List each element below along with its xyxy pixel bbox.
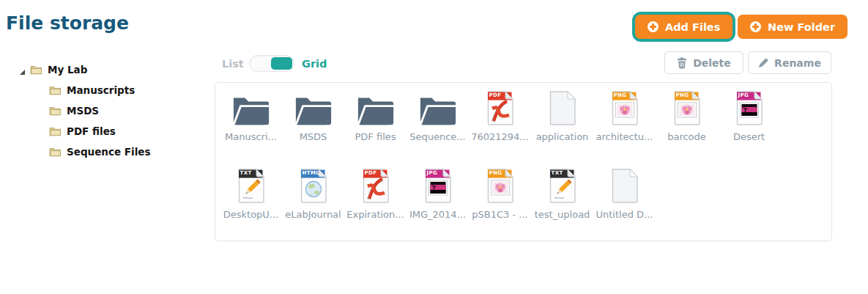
file-grid-panel: Manuscri... MSDS PDF files Sequence... P… <box>215 82 832 241</box>
folder-closed-icon <box>30 65 42 75</box>
grid-item-file[interactable]: JPG Desert <box>718 87 780 165</box>
trash-icon <box>677 57 687 69</box>
blank-file-icon <box>549 90 576 125</box>
grid-item-label: pSB1C3 - ... <box>469 209 531 220</box>
grid-item-folder[interactable]: Manuscri... <box>220 87 282 165</box>
add-files-button[interactable]: Add Files <box>635 15 732 39</box>
file-type-badge: PDF <box>489 93 502 98</box>
tree-node-label: MSDS <box>67 105 99 117</box>
grid-item-label: Desert <box>718 131 780 142</box>
file-type-badge: PNG <box>676 93 689 98</box>
folder-tree: My Lab Manuscripts MSDS PDF files Sequen… <box>20 59 150 162</box>
grid-item-folder[interactable]: Sequence... <box>407 87 469 165</box>
folder-open-icon <box>231 93 271 125</box>
tree-node-sequence-files[interactable]: Sequence Files <box>49 142 150 162</box>
grid-item-label: PDF files <box>344 131 407 142</box>
grid-item-label: DesktopU... <box>220 209 282 220</box>
grid-item-label: test_upload <box>531 209 593 220</box>
file-storage-page: File storage Add Files New Folder My Lab… <box>0 0 868 294</box>
file-type-badge: JPG <box>427 171 438 176</box>
file-type-badge: JPG <box>738 93 749 98</box>
folder-open-icon <box>418 93 458 125</box>
new-folder-button[interactable]: New Folder <box>738 15 847 39</box>
plus-circle-icon <box>648 21 659 32</box>
blank-file-icon <box>611 168 639 203</box>
grid-item-folder[interactable]: MSDS <box>282 87 344 165</box>
grid-item-file[interactable]: application <box>531 87 593 165</box>
grid-item-label: IMG_2014... <box>407 209 469 220</box>
grid-item-label: architectu... <box>593 131 656 142</box>
folder-open-icon <box>356 93 396 125</box>
delete-label: Delete <box>693 57 731 69</box>
list-view-label[interactable]: List <box>222 58 244 70</box>
tree-node-label: My Lab <box>48 64 87 76</box>
grid-item-label: Untitled D... <box>593 209 656 220</box>
list-grid-toggle[interactable] <box>249 55 294 72</box>
folder-closed-icon <box>49 106 62 116</box>
grid-item-file[interactable]: PNG barcode <box>656 87 718 165</box>
grid-item-label: barcode <box>656 131 718 142</box>
rename-button[interactable]: Rename <box>748 51 831 74</box>
file-type-badge: PNG <box>489 171 502 176</box>
grid-item-file[interactable]: TXT test_upload <box>531 165 593 243</box>
grid-item-label: MSDS <box>282 131 344 142</box>
grid-item-label: Manuscri... <box>220 131 282 142</box>
add-files-label: Add Files <box>665 21 720 33</box>
grid-item-label: application <box>531 131 593 142</box>
file-type-badge: PNG <box>614 93 627 98</box>
folder-open-icon <box>294 93 333 125</box>
grid-item-label: 76021294... <box>469 131 531 142</box>
tree-node-my-lab[interactable]: My Lab <box>20 59 150 80</box>
grid-item-file[interactable]: PDF Expiration... <box>344 165 407 243</box>
page-title: File storage <box>6 12 129 34</box>
new-folder-label: New Folder <box>768 21 835 33</box>
grid-item-folder[interactable]: PDF files <box>344 87 407 165</box>
plus-circle-icon <box>750 21 761 32</box>
rename-label: Rename <box>774 57 821 69</box>
pencil-icon <box>758 58 768 68</box>
file-type-badge: PDF <box>365 171 377 176</box>
tree-node-label: Sequence Files <box>67 146 150 158</box>
tree-node-msds[interactable]: MSDS <box>49 100 150 121</box>
delete-button[interactable]: Delete <box>664 51 743 74</box>
tree-node-label: Manuscripts <box>67 84 135 96</box>
tree-node-manuscripts[interactable]: Manuscripts <box>49 80 150 100</box>
grid-item-file[interactable]: TXT DesktopU... <box>220 165 282 243</box>
grid-item-file[interactable]: PNG architectu... <box>593 87 656 165</box>
folder-closed-icon <box>49 147 62 157</box>
add-files-highlight-ring: Add Files <box>632 12 735 42</box>
file-type-badge: TXT <box>240 171 252 176</box>
grid-view-label[interactable]: Grid <box>302 58 327 70</box>
tree-node-pdf-files[interactable]: PDF files <box>49 121 150 142</box>
grid-item-label: Sequence... <box>407 131 469 142</box>
toggle-knob <box>271 57 292 70</box>
grid-item-label: Expiration... <box>344 209 407 220</box>
grid-item-label: eLabJournal <box>282 209 344 220</box>
grid-item-file[interactable]: JPG IMG_2014... <box>407 165 469 243</box>
grid-item-file[interactable]: PNG pSB1C3 - ... <box>469 165 531 243</box>
tree-node-label: PDF files <box>67 125 116 137</box>
triangle-expanded-icon[interactable] <box>20 70 25 75</box>
file-type-badge: HTML <box>303 171 320 176</box>
file-type-badge: TXT <box>552 171 563 176</box>
grid-item-file[interactable]: PDF 76021294... <box>469 87 531 165</box>
folder-closed-icon <box>49 85 62 95</box>
folder-closed-icon <box>49 126 62 136</box>
grid-item-file[interactable]: HTML eLabJournal <box>282 165 344 243</box>
grid-item-file[interactable]: Untitled D... <box>593 165 656 243</box>
